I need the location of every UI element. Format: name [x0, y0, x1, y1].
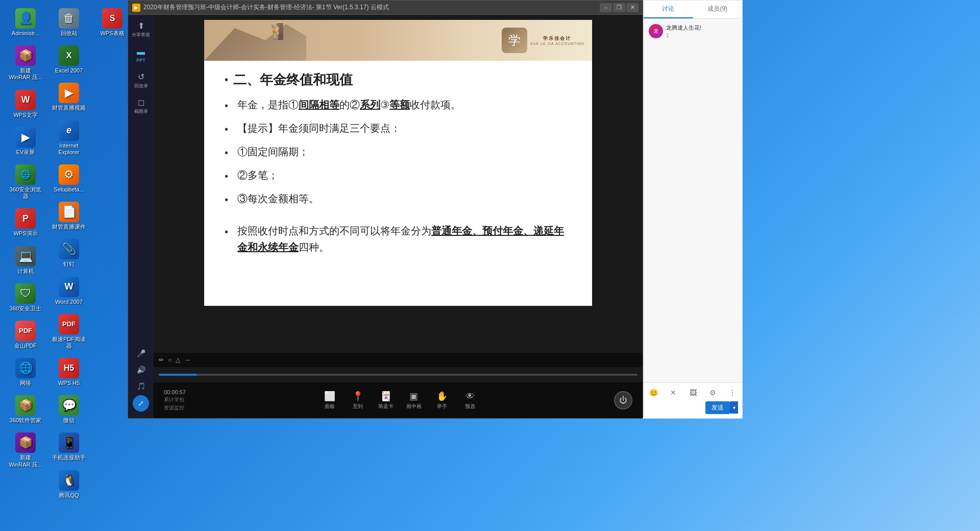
desktop-icon-wps-word[interactable]: W WPS文字 — [5, 87, 46, 122]
desktop-icon-network[interactable]: 🌐 网络 — [5, 355, 46, 390]
360browser-label: 360安全浏览器 — [7, 186, 44, 200]
speaker-button[interactable]: 🔊 — [134, 363, 148, 377]
handup-label: 举手 — [437, 403, 447, 410]
title-bar: ▶ 2020年财务管理预习班-中级会计师-会计实务-财务管理-经济法- 第1节 … — [128, 1, 643, 15]
more-button[interactable]: ⋮ — [727, 387, 738, 398]
annotation-circle-button[interactable]: ○ — [168, 356, 172, 364]
fullscreen-button[interactable]: ⤢ — [133, 395, 149, 412]
desktop-icon-weixin[interactable]: 💬 微信 — [48, 392, 89, 427]
music-button[interactable]: 🎵 — [134, 379, 148, 393]
desktop-icon-excel[interactable]: X Excel 2007 — [48, 42, 89, 77]
power-button[interactable]: ⏻ — [614, 391, 632, 409]
logo-english: XUE LE JIA ACCOUNTING — [530, 42, 584, 45]
network-icon: 🌐 — [15, 358, 36, 378]
slide-body: 二、年金终值和现值 • 年金，是指①间隔相等的②系列③等额收付款项。 — [204, 61, 592, 266]
desktop-icon-jipdf[interactable]: PDF 极速PDF阅读器 — [48, 311, 89, 352]
pictureinpicture-button[interactable]: ▣ 画中画 — [404, 390, 424, 411]
player-controls: 00:00:57 累计学包 资源监控 ⬜ 面板 📍 至到 — [154, 382, 643, 418]
desktop-icon-shouji[interactable]: 📱 手机连接助手 — [48, 429, 89, 464]
desktop-icon-qq[interactable]: 🐧 腾讯QQ — [48, 467, 89, 502]
computer-label: 计算机 — [17, 268, 34, 275]
image-button[interactable]: 🖼 — [688, 387, 699, 398]
desktop-icon-jinshan-pdf[interactable]: PDF 金山PDF — [5, 318, 46, 352]
toolbar-screenshot-button[interactable]: ◻ 截图录 — [130, 94, 152, 118]
bullet-dot-2: • — [225, 122, 228, 137]
preview-button[interactable]: 👁 预选 — [460, 390, 480, 411]
recycle-icon: 🗑 — [59, 8, 79, 29]
slide-bottom-paragraph: • 按照收付时点和方式的不同可以将年金分为普通年金、预付年金、递延年金和永续年金… — [225, 223, 572, 255]
settings-icon-btn[interactable]: ⚙ — [707, 387, 718, 398]
mountain-decoration — [204, 20, 306, 61]
desktop-icon-winrar[interactable]: 📦 新建WinRAR 压... — [5, 42, 46, 84]
annotation-arrow-button[interactable]: → — [184, 356, 190, 364]
shouji-icon: 📱 — [59, 432, 79, 453]
desktop-icon-word2007[interactable]: W Word 2007 — [48, 274, 89, 308]
annotation-pen-button[interactable]: ✏ — [159, 356, 164, 364]
goto-icon: 📍 — [352, 391, 363, 402]
send-dropdown-button[interactable]: ▾ — [730, 401, 738, 414]
desktop-icon-computer[interactable]: 💻 计算机 — [5, 243, 46, 278]
flashcard-button[interactable]: 🃏 筹蓝卡 — [376, 390, 396, 411]
desktop-icon-wps-演示[interactable]: P WPS演示 — [5, 205, 46, 240]
desktop-icon-ev[interactable]: ▶ EV录屏 — [5, 124, 46, 159]
recycle-label: 回收站 — [61, 30, 78, 37]
desktop-icon-setup[interactable]: ⚙ Setupbeta... — [48, 161, 89, 196]
wps-biaoge-label: WPS表格 — [100, 30, 124, 37]
bullet-dot-1: • — [225, 98, 228, 113]
send-button[interactable]: 发送 — [705, 401, 730, 414]
annotation-triangle-button[interactable]: △ — [176, 356, 180, 364]
wpsh5-icon: H5 — [59, 358, 79, 378]
window-controls: − ❐ ✕ — [600, 3, 639, 12]
progress-filled — [159, 374, 197, 376]
toolbar-playback-button[interactable]: ↺ 回放录 — [130, 68, 152, 93]
player-time-display: 00:00:57 累计学包 资源监控 — [164, 389, 186, 412]
desktop-icon-caiwu[interactable]: ▶ 财管直播视频 — [48, 80, 89, 114]
goto-button[interactable]: 📍 至到 — [348, 390, 368, 411]
player-bottom: 00:00:57 累计学包 资源监控 ⬜ 面板 📍 至到 — [154, 367, 643, 418]
bullet-dot-6: • — [225, 224, 228, 240]
progress-area — [154, 367, 643, 382]
minimize-button[interactable]: − — [600, 3, 612, 12]
desktop-icon-recycle[interactable]: 🗑 回收站 — [48, 5, 89, 40]
tab-members[interactable]: 成员(9) — [693, 1, 743, 18]
desktop-icon-360mgr[interactable]: 📦 360软件管家 — [5, 392, 46, 427]
caiwu-label: 财管直播视频 — [52, 105, 86, 111]
toolbar-ppt-button[interactable]: ▬ PPT — [130, 43, 152, 67]
desktop-icon-dingding[interactable]: 📎 钉钉 — [48, 236, 89, 271]
desktop-icon-ie[interactable]: e InternetExplorer — [48, 117, 89, 159]
flashcard-label: 筹蓝卡 — [378, 403, 394, 410]
climber-icon: 🧗 — [265, 22, 284, 40]
restore-button[interactable]: ❐ — [613, 3, 625, 12]
network-label: 网络 — [20, 380, 31, 387]
word-label: Word 2007 — [55, 299, 83, 305]
emoji-button[interactable]: 😊 — [648, 387, 659, 398]
slide-title-text: 二、年金终值和现值 — [233, 71, 353, 89]
wps-word-label: WPS文字 — [13, 112, 37, 118]
desktop-icon-wpsh5[interactable]: H5 WPS H5 — [48, 355, 89, 390]
highlight-3: 等额 — [389, 99, 410, 110]
toolbar-share-button[interactable]: ⬆ 分享界面 — [130, 17, 152, 42]
mic-button[interactable]: 🎤 — [134, 346, 148, 360]
desktop-icon-admin[interactable]: 👤 Administr... — [5, 5, 46, 40]
qq-icon: 🐧 — [59, 470, 79, 491]
progress-bar[interactable] — [159, 374, 638, 376]
desktop-icon-360browser[interactable]: 🌐 360安全浏览器 — [5, 161, 46, 203]
clear-button[interactable]: ✕ — [668, 387, 679, 398]
handup-button[interactable]: ✋ 举手 — [432, 390, 452, 411]
desktop-icon-winrar2[interactable]: 📦 新建WinRAR 压... — [5, 429, 46, 471]
bullet-dot-4: • — [225, 168, 228, 184]
desktop-icon-wps-biaoge[interactable]: S WPS表格 — [92, 5, 133, 40]
slide-logo: 学 学乐佳会计 XUE LE JIA ACCOUNTING — [502, 28, 584, 53]
chat-tabs: 讨论 成员(9) — [644, 1, 742, 19]
chat-input-area: 😊 ✕ 🖼 ⚙ ⋮ 发送 ▾ — [644, 382, 742, 418]
desktop-icon-caiwu2[interactable]: 📄 财管直播课件 — [48, 199, 89, 233]
tab-discuss[interactable]: 讨论 — [644, 1, 693, 18]
chat-avatar-0: 龙 — [649, 24, 663, 38]
desktop-icon-360safe[interactable]: 🛡 360安全卫士 — [5, 280, 46, 315]
highlight-1: 间隔相等 — [299, 99, 339, 110]
chat-msg-num-0: 1 — [666, 33, 737, 38]
excel-label: Excel 2007 — [55, 67, 83, 74]
close-button[interactable]: ✕ — [626, 3, 639, 12]
chat-icon-row: 😊 ✕ 🖼 ⚙ ⋮ — [648, 387, 738, 398]
board-button[interactable]: ⬜ 面板 — [320, 390, 340, 411]
